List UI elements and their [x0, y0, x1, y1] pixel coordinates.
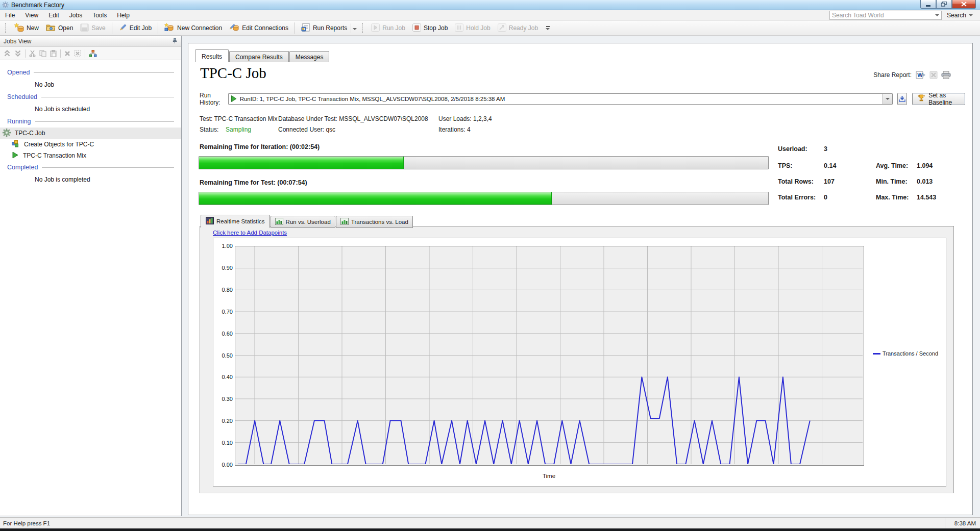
compare-runs-button[interactable] — [897, 93, 908, 105]
tab-results[interactable]: Results — [195, 49, 229, 62]
open-button[interactable]: Open — [42, 22, 77, 35]
jobs-view-panel: Jobs View OpenedNo JobScheduledNo Job is… — [0, 36, 182, 516]
edit-job-button[interactable]: Edit Job — [115, 22, 155, 35]
search-button[interactable]: Search — [947, 12, 973, 19]
stat-value: 0.14 — [824, 162, 836, 169]
toolbar-button-label: Run Job — [382, 24, 405, 32]
stat-value: 1.094 — [917, 162, 933, 169]
toolbar-button-label: Run Reports — [313, 24, 347, 32]
tab-compare-results[interactable]: Compare Results — [229, 51, 289, 62]
sidebar-item-tpc-c-transaction-mix[interactable]: TPC-C Transaction Mix — [0, 150, 181, 161]
new-button[interactable]: New — [11, 21, 42, 35]
sidebar-item-create-objects-for-tpc-c[interactable]: Create Objects for TPC-C — [0, 139, 181, 150]
realtime-statistics-panel: Click here to Add Datapoints 1.000.900.8… — [200, 226, 954, 493]
section-rule — [34, 72, 174, 73]
run-reports-dropdown-arrow[interactable] — [351, 23, 358, 33]
run-reports-button[interactable]: Run Reports — [298, 21, 362, 35]
share-report: Share Report: W — [873, 71, 951, 79]
app-gear-icon — [2, 2, 9, 8]
tab-messages[interactable]: Messages — [289, 51, 330, 62]
run-history-dropdown-arrow[interactable] — [883, 94, 892, 104]
menu-jobs[interactable]: Jobs — [64, 11, 87, 20]
menu-file[interactable]: File — [0, 11, 20, 20]
open-icon — [46, 23, 56, 33]
info-connected-user: Connected User: qsc — [278, 126, 438, 133]
jobs-section-completed: Completed — [0, 161, 181, 173]
jobs-tree: OpenedNo JobScheduledNo Job is scheduled… — [0, 60, 181, 186]
ready-job-icon — [498, 23, 506, 33]
statusbar: For Help press F1 8:38 AM — [0, 517, 980, 529]
chevron-down-icon — [886, 98, 890, 100]
benchmark-factory-window: Benchmark Factory FileViewEditJobsToolsH… — [0, 0, 980, 531]
ready-job-button: Ready Job — [494, 22, 542, 35]
main-tabs: ResultsCompare ResultsMessages — [195, 49, 330, 62]
chart-tab-label: Transactions vs. Load — [351, 219, 408, 225]
edit-connections-button[interactable]: Edit Connections — [226, 21, 292, 35]
minimize-button[interactable] — [920, 0, 936, 9]
save-icon — [80, 23, 89, 33]
stat-label: Total Rows: — [778, 178, 814, 185]
menu-tools[interactable]: Tools — [87, 11, 112, 20]
test-info: Test: TPC-C Transaction Mix Database Und… — [200, 113, 710, 135]
chart-tab-transactions-vs-load[interactable]: Transactions vs. Load — [336, 216, 413, 228]
chart-legend: Transactions / Second — [873, 350, 938, 357]
y-tick-label: 0.00 — [214, 462, 233, 468]
y-tick-label: 1.00 — [214, 243, 233, 249]
menubar: FileViewEditJobsToolsHelp Search Toad Wo… — [0, 10, 980, 21]
menu-edit[interactable]: Edit — [43, 11, 64, 20]
toolbar-button-label: Edit Connections — [242, 24, 288, 32]
new-connection-button[interactable]: New Connection — [161, 21, 226, 35]
stat-label: Userload: — [778, 145, 807, 153]
tree-note-no-job-is-scheduled: No Job is scheduled — [0, 103, 181, 115]
legend-label: Transactions / Second — [883, 350, 938, 357]
sidebar-item-tpc-c-job[interactable]: TPC-C Job — [0, 128, 181, 139]
cubes-icon — [12, 140, 19, 149]
toolbar-button-label: Save — [91, 24, 105, 32]
search-area: Search Toad World Search — [829, 11, 973, 20]
info-database-under-test: Database Under Test: MSSQL_ALVSCDW07\SQL… — [278, 115, 438, 122]
add-datapoints-link[interactable]: Click here to Add Datapoints — [213, 230, 287, 236]
y-tick-label: 0.70 — [214, 309, 233, 315]
section-label: Running — [7, 118, 31, 125]
chart: 1.000.900.800.700.600.500.400.300.200.10… — [213, 238, 946, 487]
chart-tab-realtime-statistics[interactable]: Realtime Statistics — [201, 215, 270, 228]
customize-icon[interactable] — [89, 50, 97, 57]
hold-job-icon — [455, 23, 463, 33]
y-tick-label: 0.10 — [214, 440, 233, 446]
paste-icon — [50, 50, 57, 57]
toolbar-button-label: Edit Job — [130, 24, 152, 32]
share-report-icons: W — [916, 71, 951, 79]
stop-job-icon — [412, 23, 421, 33]
iteration-progress-bar — [199, 156, 769, 169]
run-history-row: Run History: RunID: 1, TPC-C Job, TPC-C … — [200, 92, 965, 106]
toolbar-grip — [5, 23, 8, 33]
tree-note-no-job-is-completed: No Job is completed — [0, 173, 181, 186]
chart-tab-label: Realtime Statistics — [216, 218, 265, 224]
printer-icon[interactable] — [941, 71, 951, 79]
pin-icon[interactable] — [172, 38, 178, 45]
chart-tab-run-vs-userload[interactable]: Run vs. Userload — [271, 216, 335, 228]
run-play-icon — [231, 95, 237, 103]
copy-icon — [39, 50, 46, 57]
stats-row: TPS:0.14Avg. Time:1.094 — [778, 162, 967, 170]
tree-item-label: TPC-C Transaction Mix — [23, 152, 86, 159]
delete-icon — [64, 50, 70, 57]
run-history-dropdown[interactable]: RunID: 1, TPC-C Job, TPC-C Transaction M… — [228, 93, 893, 105]
menu-view[interactable]: View — [20, 11, 43, 20]
word-doc-icon[interactable]: W — [916, 71, 926, 79]
new-icon — [14, 23, 24, 34]
toolbar-separator — [295, 22, 295, 34]
toolbar-overflow-button[interactable] — [544, 25, 552, 31]
y-tick-label: 0.60 — [214, 331, 233, 337]
toolbar-separator — [112, 22, 112, 34]
titlebar: Benchmark Factory — [0, 0, 980, 10]
restore-button[interactable] — [936, 0, 952, 9]
stat-label: TPS: — [778, 162, 792, 169]
jobs-section-opened: Opened — [0, 66, 181, 79]
set-as-baseline-button[interactable]: Set as Baseline — [912, 93, 965, 105]
close-button[interactable] — [952, 0, 976, 9]
toad-world-search-input[interactable]: Search Toad World — [829, 11, 942, 20]
stat-value: 14.543 — [917, 194, 936, 201]
menu-help[interactable]: Help — [112, 11, 135, 20]
stop-job-button[interactable]: Stop Job — [409, 22, 451, 35]
